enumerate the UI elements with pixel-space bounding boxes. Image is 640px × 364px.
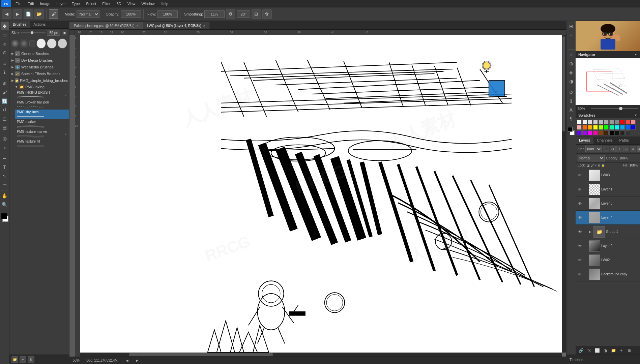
nav-arrow-right[interactable]: ▶ [136,359,139,362]
cat-general-brushes[interactable]: ▶ 🖌 General Brushes [9,50,69,57]
brush-tip-6[interactable] [58,38,67,49]
menu-view[interactable]: View [125,1,138,6]
symmetry-button[interactable]: ⊞ [252,9,261,19]
brush-presets-button[interactable]: ▣ [62,30,67,35]
color-swatch[interactable] [604,120,609,124]
menu-type[interactable]: Type [69,1,83,6]
smoothing-options-button[interactable]: ⚙ [226,9,235,19]
brush-tip-1[interactable] [11,40,19,47]
filter-shape-icon[interactable]: ▭ [623,146,629,152]
color-swatch[interactable] [582,130,587,135]
color-swatch[interactable] [626,120,630,124]
swatches-collapse[interactable]: ▼ [634,114,637,117]
create-new-group-button[interactable]: 📁 [11,356,18,363]
color-swatch[interactable] [599,125,603,130]
right-fg-bg[interactable] [567,127,575,135]
opacity-value[interactable]: 100% [619,156,631,160]
layer-visibility-lw03[interactable]: 👁 [577,172,583,178]
color-swatch[interactable] [599,130,603,135]
timeline-bar[interactable]: Timeline [566,355,640,364]
foreground-color-swatch[interactable] [1,213,7,219]
fill-value[interactable]: 100% [629,163,638,167]
info-btn[interactable]: ℹ [567,97,575,105]
lock-position-icon[interactable]: + [595,164,597,167]
move-tool[interactable]: ✥ [1,22,9,30]
layer-visibility-layer2[interactable]: 👁 [577,243,583,249]
tool-prev-button[interactable]: ◀ [2,9,11,19]
history-brush-tool[interactable]: ↺ [1,106,9,114]
brush-pmg-marker[interactable]: PMG marker [15,119,69,129]
artboard-tool[interactable]: ⊞ [567,22,575,30]
crop-tool[interactable]: ⌗ [1,60,9,68]
tab-palette-close[interactable]: × [137,24,139,28]
menu-layer[interactable]: Layer [54,1,68,6]
layer-visibility-layer1[interactable]: 👁 [577,186,583,192]
color-swatch[interactable] [599,120,603,124]
adjustment-btn[interactable]: ◑ [567,77,575,85]
color-swatch[interactable] [609,130,614,135]
lock-artboard-icon[interactable]: ⊞ [598,164,600,167]
lock-image-icon[interactable]: 🖌 [591,164,594,167]
cat-pmg-inking-header[interactable]: ▼ 📁 PMG inking [9,84,69,90]
shape-tool[interactable]: ▭ [1,181,9,189]
color-swatch[interactable] [593,125,598,130]
create-new-brush-button[interactable]: + [20,356,26,363]
content-aware-btn[interactable]: ⊕ [567,60,575,68]
eraser-tool[interactable]: ◻ [1,115,9,123]
group-expand-icon[interactable]: ▶ [588,230,592,234]
brush-tool-button[interactable]: 🖌 [49,9,58,19]
delete-layer-btn[interactable]: 🗑 [626,347,633,354]
color-swatch[interactable] [593,130,598,135]
canvas-scrollbar-h[interactable] [80,353,562,357]
color-swatch[interactable] [615,125,619,130]
color-swatch[interactable] [577,130,582,135]
color-swatch[interactable] [620,120,625,124]
blend-mode-select[interactable]: Normal Multiply Screen [77,10,99,18]
lasso-tool[interactable]: ⌾ [1,40,9,48]
zoom-tool[interactable]: 🔍 [1,201,9,209]
swatches-header[interactable]: Swatches ▼ [576,112,640,118]
open-button[interactable]: 📂 [34,9,44,19]
new-group-btn[interactable]: 📁 [610,347,617,354]
blur-tool[interactable]: ◎ [1,134,9,143]
fg-bg-color-selector[interactable] [0,213,9,222]
color-swatch[interactable] [631,120,636,124]
link-layers-btn[interactable]: 🔗 [578,347,584,354]
tab-layers[interactable]: Layers [576,137,593,144]
color-swatch[interactable] [582,120,587,124]
color-swatch[interactable] [582,125,587,130]
tab-palette-planning[interactable]: Palette planning.psd @ 60.6% (RGB/8#) × [69,22,143,29]
quick-select-tool[interactable]: ⊙ [1,49,9,57]
menu-select[interactable]: Select [83,1,99,6]
color-swatch[interactable] [631,125,636,130]
lock-all-icon[interactable]: 🔒 [601,164,605,167]
layers-blend-select[interactable]: Normal Multiply Screen Overlay [578,155,605,161]
navigator-zoom-slider[interactable] [591,108,638,109]
navigator-collapse[interactable]: ▼ [634,53,637,56]
color-swatch[interactable] [615,120,619,124]
cat-special-effects[interactable]: ▶ ✨ Special Effects Brushes [9,70,69,77]
add-mask-btn[interactable]: ⬜ [594,347,601,354]
new-fill-layer-btn[interactable]: ◑ [602,347,609,354]
brush-tip-5[interactable] [47,38,56,49]
color-swatch[interactable] [604,125,609,130]
menu-edit[interactable]: Edit [25,1,37,6]
tab-lwc[interactable]: LWC.psd @ 50% (Layer 4, RGB/8#) × [143,22,210,29]
lock-transparent-icon[interactable]: ◪ [587,164,590,167]
add-layer-style-btn[interactable]: fx [586,347,592,354]
layer-row[interactable]: 👁 LW02 [576,253,640,267]
angle-input[interactable] [237,10,250,18]
filter-smart-icon[interactable]: ◈ [630,146,636,152]
menu-filter[interactable]: Filter [99,1,113,6]
para-btn[interactable]: ¶ [567,115,575,123]
layer-row[interactable]: 👁 LW03 [576,168,640,182]
brush-size-thumb[interactable] [31,31,33,34]
menu-image[interactable]: Image [37,1,53,6]
scrollbar-thumb-h[interactable] [129,353,273,356]
layer-visibility-group1[interactable]: 👁 [577,229,583,235]
tab-brushes[interactable]: Brushes [9,21,30,28]
brush-texture-marker[interactable]: PMG texture marker ✓ [15,129,69,139]
flow-input[interactable] [157,10,178,18]
new-layer-btn[interactable]: + [618,347,625,354]
tab-actions[interactable]: Actions [30,21,49,28]
